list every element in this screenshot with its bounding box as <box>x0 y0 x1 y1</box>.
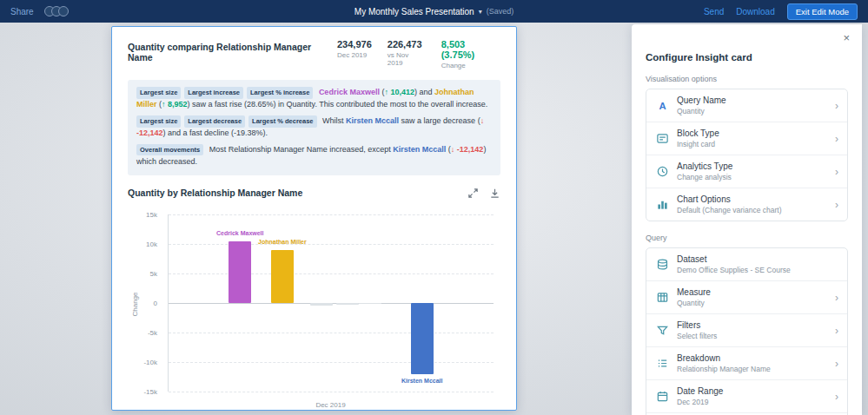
insight-text: ↓ -12,142 <box>451 145 484 154</box>
svg-text:A: A <box>659 101 666 111</box>
y-tick-label: 0 <box>154 299 157 306</box>
insight-text-block: Largest sizeLargest increaseLargest % in… <box>128 80 500 175</box>
close-icon[interactable]: × <box>843 31 850 44</box>
panel-item-filters[interactable]: FiltersSelect filters› <box>646 314 847 347</box>
panel-item-title: Measure <box>677 287 827 297</box>
collaborator-avatars[interactable] <box>44 6 69 16</box>
panel-item-subtitle: Insight card <box>677 140 827 148</box>
send-button[interactable]: Send <box>704 7 724 16</box>
panel-item-subtitle: Dec 2019 <box>677 398 827 406</box>
bar-other[interactable] <box>310 303 333 306</box>
panel-item-subtitle: Change analysis <box>677 173 827 181</box>
y-tick-label: 5k <box>150 269 157 277</box>
panel-sections: Visualisation optionsAQuery NameQuantity… <box>646 75 848 415</box>
panel-item-block-type[interactable]: Block TypeInsight card› <box>646 122 847 155</box>
download-chart-icon[interactable] <box>489 188 500 199</box>
query-name-icon: A <box>655 99 669 113</box>
presentation-title: My Monthly Sales Presentation <box>354 7 474 16</box>
panel-item-texts: Date RangeDec 2019 <box>677 386 827 406</box>
chart-title: Quantity by Relationship Manager Name <box>128 188 302 198</box>
breakdown-icon <box>655 357 669 371</box>
insight-text: ) and a fast decline (-19.38%). <box>163 128 268 137</box>
exit-edit-mode-button[interactable]: Exit Edit Mode <box>787 3 858 20</box>
panel-item-title: Block Type <box>677 128 827 138</box>
expand-icon[interactable] <box>467 188 479 199</box>
panel-item-texts: FiltersSelect filters <box>677 320 827 340</box>
panel-item-texts: Query NameQuantity <box>677 96 827 115</box>
chevron-right-icon: › <box>835 326 838 336</box>
download-button[interactable]: Download <box>736 7 774 16</box>
card-title: Quantity comparing Relationship Manager … <box>128 39 337 63</box>
chevron-right-icon: › <box>835 167 838 177</box>
insight-text: ↑ 10,412 <box>384 88 414 96</box>
bar-chart: Change 15k10k5k0-5k-10k-15k Cedrick Maxw… <box>128 208 500 411</box>
panel-item-texts: BreakdownRelationship Manager Name <box>677 353 827 373</box>
insight-text: ) and <box>414 88 434 96</box>
gridline <box>169 273 494 274</box>
insight-card[interactable]: Quantity comparing Relationship Manager … <box>111 26 517 411</box>
chart-plot: Cedrick MaxwellJohnathan MillerKirsten M… <box>168 214 494 392</box>
dataset-icon <box>655 258 669 272</box>
chevron-down-icon: ▾ <box>479 8 482 16</box>
block-type-icon <box>655 132 669 146</box>
section-label: Query <box>646 234 848 242</box>
y-tick-label: 10k <box>146 240 157 247</box>
panel-item-title: Breakdown <box>677 353 827 363</box>
panel-item-query-name[interactable]: AQuery NameQuantity› <box>646 89 847 122</box>
insight-line: Largest sizeLargest decreaseLargest % de… <box>136 115 492 140</box>
metric-value: 8,503 (3.75%) <box>441 39 500 60</box>
bar-cedrick-maxwell[interactable] <box>229 241 251 303</box>
bar-label: Kirsten Mccall <box>401 378 442 384</box>
chevron-right-icon: › <box>835 392 838 402</box>
panel-item-subtitle: Demo Office Supplies - SE Course <box>677 266 838 274</box>
gridline <box>169 362 494 363</box>
insight-tag: Largest size <box>136 87 181 99</box>
panel-item-texts: Chart OptionsDefault (Change variance ch… <box>677 194 827 214</box>
chevron-right-icon: › <box>835 101 838 111</box>
chevron-right-icon: › <box>835 293 838 303</box>
bar-other[interactable] <box>336 303 359 305</box>
panel-item-texts: Analytics TypeChange analysis <box>677 161 827 181</box>
top-bar: Share My Monthly Sales Presentation ▾ (S… <box>0 0 868 23</box>
insight-tag: Overall movements <box>136 144 203 156</box>
insight-tag: Largest size <box>136 115 181 128</box>
panel-item-measure[interactable]: MeasureQuantity› <box>646 281 847 314</box>
insight-text: saw a large decrease ( <box>399 116 480 125</box>
panel-item-subtitle: Quantity <box>677 299 827 307</box>
bar-other[interactable] <box>359 303 381 305</box>
bar-label: Cedrick Maxwell <box>216 230 263 236</box>
insight-tag: Largest % decrease <box>248 115 316 128</box>
panel-item-chart-options[interactable]: Chart OptionsDefault (Change variance ch… <box>646 188 847 221</box>
card-header: Quantity comparing Relationship Manager … <box>128 39 500 69</box>
presentation-title-menu[interactable]: My Monthly Sales Presentation ▾ (Saved) <box>354 7 514 16</box>
insight-text: Kirsten Mccall <box>346 116 399 125</box>
panel-title: Configure Insight card <box>646 52 848 63</box>
panel-item-title: Filters <box>677 320 827 330</box>
gridline <box>169 214 494 215</box>
top-bar-right: Send Download Exit Edit Mode <box>704 3 858 20</box>
insight-line: Largest sizeLargest increaseLargest % in… <box>136 87 492 111</box>
panel-item-date-range[interactable]: Date RangeDec 2019› <box>646 380 847 413</box>
panel-item-title: Date Range <box>677 386 827 396</box>
metric: 234,976Dec 2019 <box>337 39 372 69</box>
metric: 226,473vs Nov 2019 <box>388 39 426 69</box>
panel-item-breakdown[interactable]: BreakdownRelationship Manager Name› <box>646 347 847 380</box>
bar-johnathan-miller[interactable] <box>271 250 294 303</box>
panel-item-dataset[interactable]: DatasetDemo Office Supplies - SE Course <box>646 248 847 281</box>
insight-text: ) saw a fast rise (28.65%) in Quantity. … <box>188 100 488 109</box>
date-range-icon <box>655 390 669 404</box>
y-tick-label: -10k <box>143 358 157 366</box>
share-button[interactable]: Share <box>10 7 34 16</box>
insight-tag: Largest increase <box>184 87 243 99</box>
panel-item-analytics-type[interactable]: Analytics TypeChange analysis› <box>646 155 847 188</box>
chevron-right-icon: › <box>835 200 838 210</box>
avatar[interactable] <box>58 6 69 16</box>
settings-group: AQuery NameQuantity›Block TypeInsight ca… <box>646 89 848 221</box>
top-bar-left: Share <box>10 6 69 16</box>
metric-value: 234,976 <box>337 39 372 49</box>
bar-kirsten-mccall[interactable] <box>411 303 434 375</box>
insight-text: Most Relationship Manager Name increased… <box>207 145 393 154</box>
panel-item-title: Dataset <box>677 254 838 264</box>
metric-label: vs Nov 2019 <box>388 51 426 67</box>
filters-icon <box>655 324 669 338</box>
